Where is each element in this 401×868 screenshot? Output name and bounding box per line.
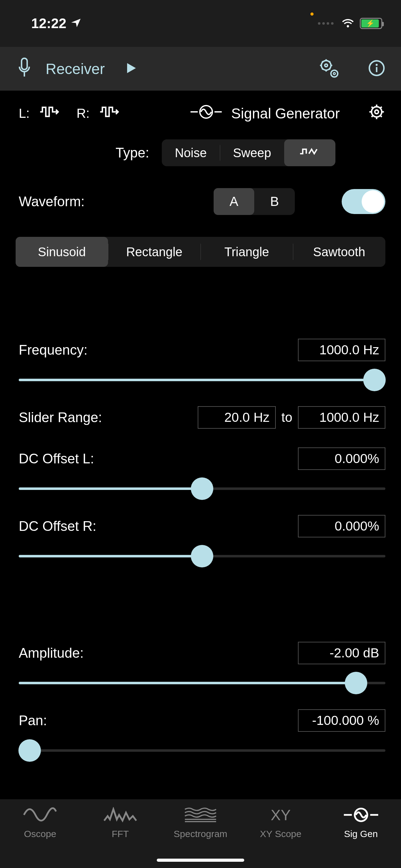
siggen-icon <box>344 806 378 824</box>
dc-offset-l-slider[interactable] <box>19 477 386 500</box>
slider-range-label: Slider Range: <box>19 410 102 425</box>
waveform-tabs: Sinusoid Rectangle Triangle Sawtooth <box>15 237 386 267</box>
svg-point-13 <box>333 72 335 75</box>
svg-point-20 <box>372 107 382 117</box>
tab-oscope[interactable]: Oscope <box>0 806 80 868</box>
wftab-rectangle[interactable]: Rectangle <box>108 237 201 267</box>
frequency-value[interactable]: 1000.0 Hz <box>298 339 386 361</box>
dc-offset-l-row: DC Offset L: 0.000% <box>19 447 386 500</box>
pan-slider[interactable] <box>19 739 386 762</box>
type-option-sweep[interactable]: Sweep <box>220 140 284 166</box>
ab-segmented-control: A B <box>213 188 295 215</box>
waveform-label: Waveform: <box>19 194 204 209</box>
svg-line-10 <box>322 68 323 69</box>
bottom-tabbar: Oscope FFT Spectrogram XY XY Scope Sig G… <box>0 799 401 868</box>
type-segmented-control: Noise Sweep <box>162 140 336 166</box>
spectrogram-icon <box>183 806 218 824</box>
svg-rect-16 <box>376 67 377 72</box>
amplitude-value[interactable]: -2.00 dB <box>298 642 386 664</box>
slider-range-to[interactable]: 1000.0 Hz <box>298 406 386 429</box>
svg-line-28 <box>372 116 373 117</box>
dc-offset-r-value[interactable]: 0.000% <box>298 515 386 537</box>
dc-offset-l-value[interactable]: 0.000% <box>298 447 386 470</box>
wifi-icon <box>341 16 355 31</box>
page-title: Signal Generator <box>231 105 340 122</box>
status-bar: 12:22 ⚡ <box>0 0 401 47</box>
sine-inline-icon <box>191 105 222 122</box>
waveform-row: Waveform: A B <box>0 173 401 224</box>
pan-row: Pan: -100.000 % <box>19 709 386 762</box>
dc-offset-r-label: DC Offset R: <box>19 518 97 534</box>
settings-gear-icon[interactable] <box>368 103 386 124</box>
tab-fft[interactable]: FFT <box>80 806 161 868</box>
svg-rect-0 <box>22 58 27 70</box>
svg-point-3 <box>325 64 328 67</box>
svg-point-21 <box>375 110 378 114</box>
fft-icon <box>103 806 137 824</box>
sine-icon <box>23 806 57 824</box>
frequency-row: Frequency: 1000.0 Hz <box>19 339 386 391</box>
receiver-bar: Receiver <box>0 47 401 91</box>
play-button[interactable] <box>123 61 138 77</box>
receiver-label: Receiver <box>45 60 105 78</box>
frequency-label: Frequency: <box>19 342 88 358</box>
pan-value[interactable]: -100.000 % <box>298 709 386 732</box>
slider-range-to-label: to <box>281 410 292 425</box>
info-icon[interactable] <box>368 59 386 78</box>
slider-range-row: Slider Range: 20.0 Hz to 1000.0 Hz <box>19 406 386 429</box>
svg-point-15 <box>376 64 378 66</box>
location-arrow-icon <box>70 16 81 31</box>
l-wave-icon <box>39 105 67 122</box>
battery-icon: ⚡ <box>360 18 382 29</box>
wftab-sawtooth[interactable]: Sawtooth <box>293 237 386 267</box>
microphone-icon[interactable] <box>15 57 33 81</box>
status-time: 12:22 <box>31 16 67 31</box>
signal-generator-header: L: R: Signal Generator <box>0 91 401 133</box>
dc-offset-l-label: DC Offset L: <box>19 451 94 466</box>
cellular-dots-icon <box>318 22 334 25</box>
settings-gears-icon[interactable] <box>318 57 340 80</box>
r-label: R: <box>76 106 90 121</box>
xy-icon: XY <box>271 806 291 824</box>
amplitude-row: Amplitude: -2.00 dB <box>19 642 386 694</box>
tab-sig-gen[interactable]: Sig Gen <box>321 806 401 868</box>
frequency-slider[interactable] <box>19 369 386 391</box>
svg-line-9 <box>329 68 330 69</box>
l-label: L: <box>19 106 30 121</box>
type-option-wave[interactable] <box>284 140 335 166</box>
dc-offset-r-slider[interactable] <box>19 545 386 567</box>
svg-line-11 <box>329 61 330 62</box>
ab-option-a[interactable]: A <box>213 188 254 215</box>
svg-line-26 <box>372 107 373 108</box>
amplitude-slider[interactable] <box>19 672 386 694</box>
ab-option-b[interactable]: B <box>254 188 295 215</box>
amplitude-label: Amplitude: <box>19 645 84 661</box>
dc-offset-r-row: DC Offset R: 0.000% <box>19 515 386 567</box>
svg-line-8 <box>322 61 323 62</box>
tab-xy-scope[interactable]: XY XY Scope <box>240 806 321 868</box>
wftab-sinusoid[interactable]: Sinusoid <box>15 237 108 267</box>
svg-line-27 <box>380 116 382 117</box>
slider-range-from[interactable]: 20.0 Hz <box>198 406 276 429</box>
type-label: Type: <box>115 145 149 161</box>
type-option-noise[interactable]: Noise <box>162 140 220 166</box>
type-row: Type: Noise Sweep <box>0 133 401 173</box>
recording-indicator-dot <box>310 12 313 16</box>
pan-label: Pan: <box>19 713 47 728</box>
svg-point-12 <box>331 70 338 77</box>
svg-line-29 <box>380 107 382 108</box>
wftab-triangle[interactable]: Triangle <box>201 237 293 267</box>
waveform-toggle[interactable] <box>342 189 386 214</box>
r-wave-icon <box>99 105 127 122</box>
home-indicator[interactable] <box>157 859 244 862</box>
